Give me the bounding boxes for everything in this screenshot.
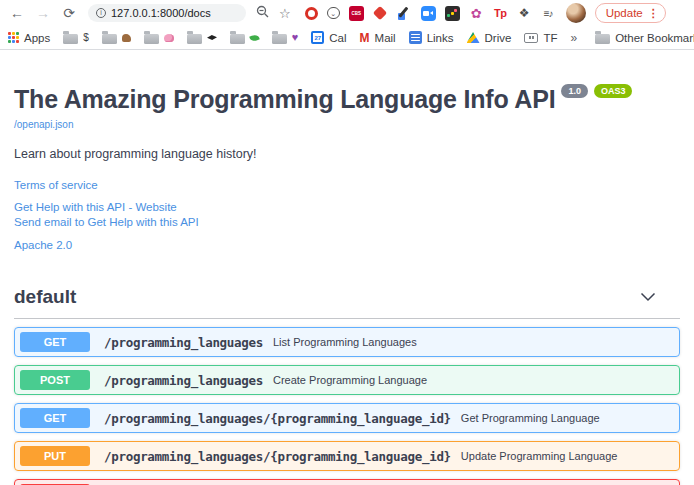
back-icon[interactable]: ← bbox=[8, 5, 26, 21]
endpoint-row-get-language[interactable]: GET /programming_languages/{programming_… bbox=[14, 403, 680, 433]
browser-update-button[interactable]: Update ⋮ bbox=[595, 3, 666, 23]
tp-extension-icon[interactable]: Tp bbox=[493, 6, 508, 21]
endpoint-summary: Get Programming Language bbox=[461, 412, 600, 424]
dark-square-extension-icon[interactable] bbox=[445, 6, 460, 21]
license-link[interactable]: Apache 2.0 bbox=[14, 239, 72, 251]
method-badge: GET bbox=[20, 332, 90, 352]
folder-icon bbox=[230, 34, 245, 44]
bookmarks-bar: Apps $ ♥ 27 Cal M Mail Links Drive bbox=[0, 26, 694, 50]
endpoint-path: /programming_languages bbox=[104, 373, 263, 388]
endpoint-summary: Update Programming Language bbox=[461, 450, 618, 462]
leaf-icon bbox=[249, 33, 260, 42]
bookmark-cal[interactable]: 27 Cal bbox=[311, 31, 346, 44]
url-text[interactable]: 127.0.0.1:8000/docs bbox=[111, 7, 211, 19]
endpoint-row-update-language[interactable]: PUT /programming_languages/{programming_… bbox=[14, 441, 680, 471]
version-badge: 1.0 bbox=[561, 84, 588, 98]
horse-icon bbox=[122, 34, 131, 42]
brain-icon bbox=[164, 34, 174, 42]
bookmark-label: TF bbox=[543, 32, 557, 44]
bookmark-folder-horse[interactable] bbox=[102, 31, 131, 44]
bookmark-label: Cal bbox=[329, 32, 346, 44]
eyedropper-extension-icon[interactable] bbox=[397, 6, 412, 21]
openapi-spec-link[interactable]: /openapi.json bbox=[14, 119, 74, 130]
zoom-camera-extension-icon[interactable] bbox=[421, 6, 436, 21]
graduation-cap-icon bbox=[207, 35, 217, 41]
bookmark-drive[interactable]: Drive bbox=[467, 32, 512, 44]
endpoint-row-list-languages[interactable]: GET /programming_languages List Programm… bbox=[14, 327, 680, 357]
contact-email-link[interactable]: Send email to Get Help with this API bbox=[14, 215, 199, 229]
section-title: default bbox=[14, 286, 76, 308]
endpoint-path: /programming_languages/{programming_lang… bbox=[104, 449, 451, 464]
bookmark-links[interactable]: Links bbox=[409, 31, 454, 44]
bookmark-star-icon[interactable]: ☆ bbox=[279, 6, 291, 21]
cbs-extension-icon[interactable]: CBS bbox=[349, 6, 364, 21]
reload-icon[interactable]: ⟳ bbox=[60, 5, 78, 21]
endpoint-summary: List Programming Languages bbox=[273, 336, 417, 348]
method-badge: POST bbox=[20, 370, 90, 390]
api-title-row: The Amazing Programming Language Info AP… bbox=[14, 84, 680, 114]
gmail-icon: M bbox=[360, 31, 370, 45]
site-info-icon[interactable]: i bbox=[96, 8, 106, 18]
url-bar[interactable]: i 127.0.0.1:8000/docs bbox=[88, 4, 246, 22]
bookmark-folder-graduation[interactable] bbox=[187, 31, 217, 44]
method-badge: GET bbox=[20, 408, 90, 428]
diamond-extension-icon[interactable] bbox=[373, 6, 388, 21]
calendar-icon: 27 bbox=[311, 31, 324, 44]
folder-icon bbox=[272, 34, 287, 44]
bookmark-folder-brain[interactable] bbox=[144, 31, 174, 44]
endpoint-row-delete-language[interactable]: DELETE /programming_languages/{programmi… bbox=[14, 479, 680, 485]
endpoint-path: /programming_languages/{programming_lang… bbox=[104, 411, 451, 426]
bookmark-label: Links bbox=[427, 32, 454, 44]
folder-icon bbox=[595, 34, 610, 44]
other-bookmarks[interactable]: Other Bookmarks bbox=[595, 31, 694, 44]
terms-of-service-link[interactable]: Terms of service bbox=[14, 179, 98, 191]
swagger-ui-page: The Amazing Programming Language Info AP… bbox=[0, 50, 694, 485]
api-description: Learn about programming language history… bbox=[14, 147, 680, 161]
browser-toolbar: ← → ⟳ i 127.0.0.1:8000/docs ☆ ⌄ CBS ✿ Tp… bbox=[0, 0, 694, 26]
update-label: Update bbox=[606, 7, 643, 19]
chevron-down-icon[interactable] bbox=[640, 288, 656, 306]
dollar-icon: $ bbox=[83, 33, 89, 43]
oas3-badge: OAS3 bbox=[594, 84, 633, 98]
endpoint-summary: Create Programming Language bbox=[273, 374, 427, 386]
bookmark-label: Drive bbox=[485, 32, 512, 44]
page-title: The Amazing Programming Language Info AP… bbox=[14, 85, 555, 113]
card-icon bbox=[524, 33, 538, 43]
purple-heart-icon: ♥ bbox=[292, 32, 299, 43]
google-drive-icon bbox=[467, 32, 480, 43]
bookmark-label: Mail bbox=[375, 32, 396, 44]
speech-bubble-extension-icon[interactable]: ⌄ bbox=[327, 7, 340, 19]
extensions-row: ⌄ CBS ✿ Tp ❖ ≡♪ bbox=[305, 6, 556, 21]
apps-label: Apps bbox=[24, 32, 50, 44]
contact-website-link[interactable]: Get Help with this API - Website bbox=[14, 200, 177, 214]
apps-shortcut[interactable]: Apps bbox=[8, 32, 50, 44]
profile-avatar[interactable] bbox=[566, 3, 586, 23]
zoom-out-icon[interactable] bbox=[256, 4, 269, 22]
apps-grid-icon bbox=[8, 32, 11, 35]
folder-icon bbox=[63, 34, 78, 44]
links-icon bbox=[409, 31, 422, 44]
bookmark-folder-heart[interactable]: ♥ bbox=[272, 31, 299, 44]
method-badge: PUT bbox=[20, 446, 90, 466]
folder-icon bbox=[187, 34, 202, 44]
bookmark-tf[interactable]: TF bbox=[524, 32, 557, 44]
forward-icon[interactable]: → bbox=[34, 5, 52, 21]
bookmark-folder-leaf[interactable] bbox=[230, 31, 259, 44]
flower-extension-icon[interactable]: ✿ bbox=[469, 6, 484, 21]
music-playlist-extension-icon[interactable]: ≡♪ bbox=[541, 6, 556, 21]
bookmarks-overflow-icon[interactable]: » bbox=[570, 31, 577, 45]
red-circle-extension-icon[interactable] bbox=[305, 7, 318, 20]
browser-menu-icon[interactable]: ⋮ bbox=[648, 7, 659, 20]
endpoint-path: /programming_languages bbox=[104, 335, 263, 350]
bookmark-mail[interactable]: M Mail bbox=[360, 31, 396, 45]
other-bookmarks-label: Other Bookmarks bbox=[615, 32, 694, 44]
bookmarks-right-cluster: » Other Bookmarks bbox=[570, 31, 686, 45]
tag-section-default[interactable]: default bbox=[14, 286, 680, 319]
folder-icon bbox=[102, 34, 117, 44]
bookmark-folder-dollar[interactable]: $ bbox=[63, 31, 89, 44]
endpoint-row-create-language[interactable]: POST /programming_languages Create Progr… bbox=[14, 365, 680, 395]
folder-icon bbox=[144, 34, 159, 44]
puzzle-extension-icon[interactable]: ❖ bbox=[517, 6, 532, 21]
